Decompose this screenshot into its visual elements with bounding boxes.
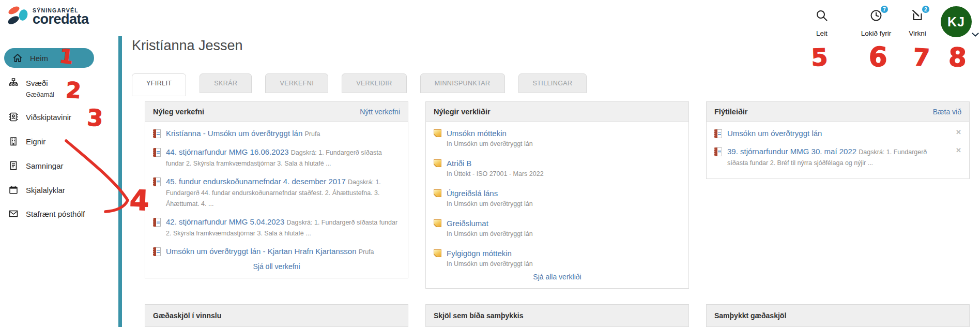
home-icon [11, 53, 24, 63]
task-context: In Umsókn um óverðtryggt lán [447, 260, 533, 267]
panel-title: Nýleg verkefni [153, 108, 204, 116]
sidebar-item-skjalalyklar[interactable]: Skjalalyklar [7, 185, 65, 195]
task-item: Fylgigögn móttekin In Umsókn um óverðtry… [434, 248, 681, 267]
tab-minnispunktar[interactable]: MINNISPUNKTAR [420, 73, 505, 93]
project-link[interactable]: Kristíanna - Umsókn um óverðtryggt lán [166, 129, 302, 138]
sitemap-icon [7, 78, 20, 88]
sidebar-item-label: Skjalalyklar [26, 186, 65, 195]
sidebar-item-stafraent-posthoolf[interactable]: Stafrænt pósthólf [7, 209, 85, 219]
project-item: 45. fundur endurskoðunarnefndar 4. desem… [153, 176, 400, 209]
sidebar-subitem-gaedamal[interactable]: Gæðamál [26, 91, 54, 98]
sidebar-item-vidskiptavinir[interactable]: Viðskiptavinir [7, 112, 71, 122]
sidebar-item-label: Heim [30, 54, 48, 63]
shortcut-link[interactable]: Umsókn um óverðtryggt lán [727, 129, 822, 138]
quality-docs-in-progress-panel: Gæðaskjöl í vinnslu [145, 304, 408, 327]
contacts-icon [7, 112, 20, 122]
sidebar-item-label: Stafrænt pósthólf [26, 210, 85, 218]
sidebar-item-samningar[interactable]: Samningar [7, 160, 64, 171]
sidebar-item-svaedi[interactable]: Svæði [7, 78, 48, 88]
task-item: Atriði B In Úttekt - ISO 27001 - Mars 20… [434, 158, 681, 177]
search-button[interactable]: Leit [807, 9, 836, 37]
task-note-icon [434, 189, 441, 197]
sidebar-item-label: Eignir [26, 137, 45, 146]
remove-shortcut-button[interactable]: ✕ [952, 146, 961, 154]
see-all-projects-link[interactable]: Sjá öll verkefni [153, 262, 400, 271]
task-link[interactable]: Umsókn móttekin [447, 129, 507, 138]
project-link[interactable]: 44. stjórnarfundur MMG 16.06.2023 [166, 147, 289, 156]
project-item: Kristíanna - Umsókn um óverðtryggt lán P… [153, 128, 400, 139]
envelope-icon [7, 209, 20, 219]
task-link[interactable]: Útgreiðslá láns [447, 189, 498, 198]
tab-verkefni[interactable]: VERKEFNI [265, 73, 328, 93]
project-doc-icon [153, 148, 161, 157]
panel-title: Nýlegir verkliðir [434, 108, 491, 116]
recent-projects-panel: Nýleg verkefni Nýtt verkefni Kristíanna … [145, 101, 408, 278]
task-note-icon [434, 219, 441, 227]
search-icon [815, 9, 829, 24]
project-link[interactable]: 45. fundur endurskoðunarnefndar 4. desem… [166, 177, 346, 186]
project-doc-icon [714, 129, 722, 138]
tab-skrar[interactable]: SKRÁR [200, 73, 252, 93]
main-content: Kristíanna Jessen YFIRLIT SKRÁR VERKEFNI… [119, 36, 980, 327]
docs-awaiting-approval-panel: Skjöl sem bíða samþykkis [425, 304, 689, 327]
sidebar-item-label: Svæði [26, 79, 48, 87]
task-note-icon [434, 129, 441, 137]
tab-verklidir[interactable]: VERKLIÐIR [342, 73, 407, 93]
project-item: Umsókn um óverðtryggt lán - Kjartan Hraf… [153, 246, 400, 257]
done-badge: 7 [880, 5, 889, 14]
task-link[interactable]: Atriði B [447, 159, 471, 168]
remove-shortcut-button[interactable]: ✕ [952, 128, 961, 136]
tab-yfirlit[interactable]: YFIRLIT [132, 73, 186, 96]
task-link[interactable]: Fylgigögn móttekin [447, 249, 512, 258]
sidebar-item-eignir[interactable]: Eignir [7, 136, 45, 146]
project-doc-icon [153, 177, 161, 186]
activity-badge: 2 [921, 5, 930, 14]
sidebar: SÝNINGARVÉL coredata Heim Svæði Gæðamál [0, 0, 119, 327]
project-link[interactable]: 42. stjórnarfundur MMG 5.04.2023 [166, 217, 284, 226]
building-icon [7, 136, 20, 146]
logo-brand: coredata [33, 13, 89, 26]
see-all-tasks-link[interactable]: Sjá alla verkliði [434, 273, 681, 281]
logo-mark-icon [7, 4, 29, 29]
shortcut-item: 39. stjórnarfundur MMG 30. maí 2022 Dags… [714, 146, 961, 168]
sidebar-item-label: Viðskiptavinir [26, 113, 71, 122]
shortcut-item: Umsókn um óverðtryggt lán ✕ [714, 128, 961, 139]
task-item: Greiðslumat In Umsókn um óverðtryggt lán [434, 218, 681, 237]
sidebar-item-heim[interactable]: Heim [4, 48, 94, 68]
page-title: Kristíanna Jessen [132, 38, 980, 54]
task-item: Umsókn móttekin In Umsókn um óverðtryggt… [434, 128, 681, 147]
task-context: In Umsókn um óverðtryggt lán [447, 140, 533, 147]
user-menu[interactable]: KJ [941, 6, 972, 37]
shortcut-link[interactable]: 39. stjórnarfundur MMG 30. maí 2022 [727, 147, 856, 156]
task-note-icon [434, 159, 441, 167]
tab-stillingar[interactable]: STILLINGAR [518, 73, 587, 93]
project-link[interactable]: Umsókn um óverðtryggt lán - Kjartan Hraf… [166, 247, 357, 256]
task-context: In Umsókn um óverðtryggt lán [447, 200, 533, 207]
project-doc-icon [153, 247, 161, 256]
done-for-button[interactable]: 7 Lokið fyrir [852, 9, 900, 37]
project-doc-icon [153, 218, 161, 227]
avatar[interactable]: KJ [941, 6, 972, 37]
project-item: 44. stjórnarfundur MMG 16.06.2023 Dagskr… [153, 147, 400, 169]
task-note-icon [434, 249, 441, 257]
sidebar-item-label: Samningar [26, 161, 64, 170]
task-link[interactable]: Greiðslumat [447, 219, 488, 228]
project-meta: Prufa [304, 130, 320, 138]
project-doc-icon [714, 147, 722, 156]
add-shortcut-link[interactable]: Bæta við [933, 108, 961, 116]
panel-title: Flýtileiðir [714, 108, 747, 116]
app-logo[interactable]: SÝNINGARVÉL coredata [7, 4, 89, 29]
tab-bar: YFIRLIT SKRÁR VERKEFNI VERKLIÐIR MINNISP… [132, 73, 980, 93]
recent-tasks-panel: Nýlegir verkliðir Umsókn móttekin In Ums… [425, 101, 689, 289]
project-item: 42. stjórnarfundur MMG 5.04.2023 Dagskrá… [153, 217, 400, 239]
project-meta: Prufa [359, 248, 374, 256]
approved-quality-docs-panel: Samþykkt gæðaskjöl [706, 304, 970, 327]
calendar-icon [7, 185, 20, 195]
activity-button[interactable]: 2 Virkni [902, 9, 933, 37]
document-icon [7, 160, 20, 171]
new-project-link[interactable]: Nýtt verkefni [360, 108, 400, 116]
task-context: In Umsókn um óverðtryggt lán [447, 230, 533, 237]
shortcuts-panel: Flýtileiðir Bæta við Umsókn um óverðtryg… [706, 101, 970, 179]
task-item: Útgreiðslá láns In Umsókn um óverðtryggt… [434, 188, 681, 207]
project-doc-icon [153, 129, 161, 138]
